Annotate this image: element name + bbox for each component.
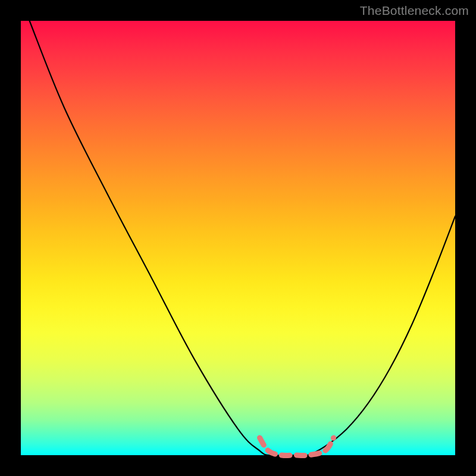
curve-canvas (21, 21, 455, 455)
chart-frame: TheBottleneck.com (0, 0, 476, 476)
watermark-label: TheBottleneck.com (360, 4, 469, 18)
bottleneck-curve (30, 21, 455, 456)
plot-area (21, 21, 455, 455)
optimal-range-marker (260, 438, 334, 456)
